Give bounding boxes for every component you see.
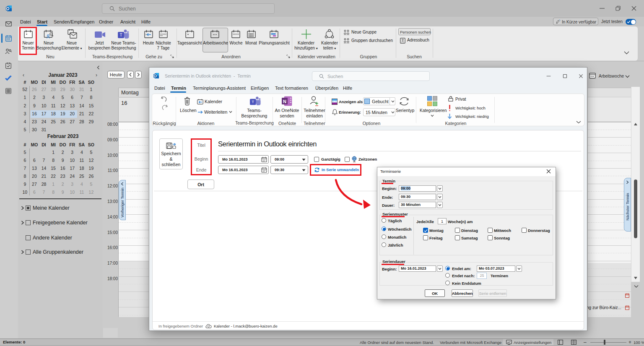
svg-text:T: T — [119, 33, 122, 37]
svg-text:T: T — [252, 99, 254, 104]
svg-text:N: N — [283, 99, 286, 104]
